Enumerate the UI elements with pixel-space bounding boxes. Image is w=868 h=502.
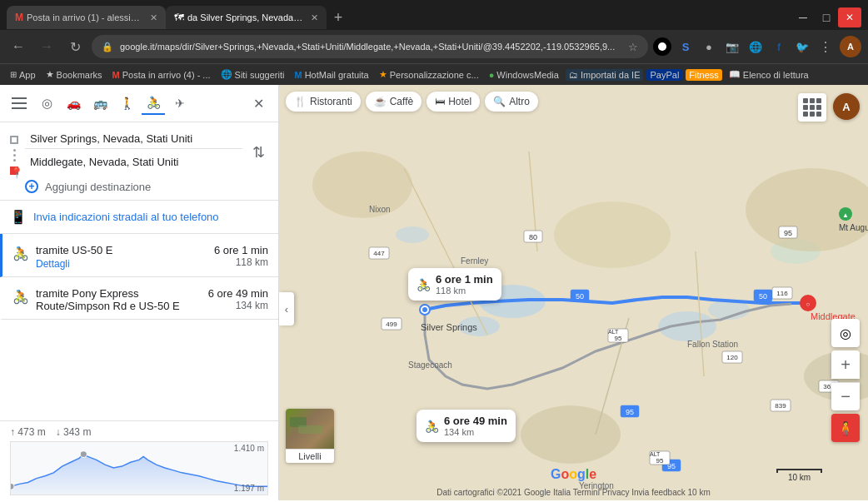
star-icon[interactable]: ☆ [628, 41, 638, 53]
transport-bike[interactable]: 🚴 [142, 92, 165, 115]
bookmark-hotmail[interactable]: M HotMail gratuita [291, 69, 372, 81]
destination-marker: 📍 [10, 167, 18, 175]
address-text: google.it/maps/dir/Silver+Springs,+Nevad… [120, 42, 621, 52]
extensions-icon5[interactable]: f [770, 37, 788, 56]
close-button[interactable]: ✕ [838, 7, 861, 27]
route-popup-1[interactable]: 🚴 6 ore 1 min 118 km [408, 268, 501, 301]
svg-text:120: 120 [726, 354, 738, 361]
sites-bm-icon: 🌐 [221, 69, 232, 80]
address-bar[interactable]: 🔒 google.it/maps/dir/Silver+Springs,+Nev… [92, 35, 648, 58]
svg-text:95: 95 [656, 457, 664, 465]
back-button[interactable]: ← [7, 35, 30, 58]
minimize-button[interactable]: ─ [791, 7, 815, 27]
svg-text:Fernley: Fernley [461, 256, 488, 266]
svg-text:116: 116 [776, 290, 788, 297]
svg-text:○: ○ [806, 301, 811, 308]
route-item-2[interactable]: 🚴 tramite Pony Express Route/Simpson Rd … [0, 277, 278, 320]
ie-bm-icon: 🗂 [569, 70, 578, 80]
maximize-button[interactable]: □ [815, 7, 838, 27]
add-dest-icon: + [25, 180, 38, 193]
send-directions-row[interactable]: 📱 Invia indicazioni stradali al tuo tele… [0, 201, 278, 234]
extensions-icon6[interactable]: 🐦 [793, 37, 811, 56]
svg-text:95: 95 [784, 229, 792, 237]
star-bm-icon: ★ [46, 69, 54, 80]
collapse-panel-button[interactable]: ‹ [279, 292, 294, 326]
extensions-icon3[interactable]: 📷 [723, 37, 741, 56]
bookmark-paypal[interactable]: PayPal [646, 69, 682, 81]
map-grid-button[interactable] [798, 93, 826, 122]
filter-altro[interactable]: 🔍 Altro [485, 92, 538, 112]
route-inputs: 📍 Silver Springs, Nevada, Stati Uniti Mi… [0, 122, 278, 201]
livelli-button[interactable]: Livelli [286, 409, 334, 463]
tab-inactive[interactable]: M Posta in arrivo (1) - alessio.fresc...… [7, 6, 166, 29]
popup1-time: 6 ore 1 min [436, 273, 493, 286]
extensions-icon4[interactable]: 🌐 [746, 37, 765, 56]
origin-input[interactable]: Silver Springs, Nevada, Stati Uniti [25, 129, 242, 149]
more-button[interactable]: ⋮ [816, 37, 835, 56]
record-button[interactable] [653, 37, 671, 56]
bookmark-fitness[interactable]: Fitness [686, 69, 721, 81]
route2-time: 6 ore 49 min [208, 287, 268, 300]
bookmark-apps[interactable]: ⊞ App [7, 69, 39, 81]
hamburger-line3 [12, 107, 27, 109]
lock-icon: 🔒 [102, 42, 113, 52]
extensions-icon2[interactable]: ● [700, 37, 718, 56]
menu-button[interactable] [8, 92, 32, 115]
browser-chrome: M Posta in arrivo (1) - alessio.fresc...… [0, 0, 868, 85]
transport-walk[interactable]: 🚶 [115, 92, 138, 115]
route-popup-2[interactable]: 🚴 6 ore 49 min 134 km [417, 410, 516, 442]
tab2-close[interactable]: ✕ [311, 12, 318, 23]
zoom-out-button[interactable]: − [831, 382, 860, 410]
route1-detail-link[interactable]: Dettagli [36, 258, 207, 270]
map-profile-avatar[interactable]: A [833, 93, 860, 120]
transport-transit[interactable]: 🚌 [88, 92, 112, 115]
pegman-button[interactable]: 🧍 [831, 414, 860, 442]
transport-flight[interactable]: ✈ [168, 92, 192, 115]
svg-text:Mt Augusta: Mt Augusta [839, 223, 868, 232]
hamburger-line1 [12, 97, 27, 99]
svg-text:839: 839 [775, 402, 786, 410]
transport-search[interactable]: ◎ [35, 92, 58, 115]
svg-text:50: 50 [759, 292, 767, 301]
route-item-1[interactable]: 🚴 tramite US-50 E Dettagli 6 ore 1 min 1… [0, 234, 278, 277]
add-destination-row[interactable]: + Aggiungi destinazione [10, 175, 268, 193]
destination-input[interactable]: Middlegate, Nevada, Stati Uniti [25, 152, 242, 171]
bookmark-reading[interactable]: 📖 Elenco di lettura [726, 68, 812, 81]
svg-point-7 [396, 226, 429, 243]
filter-hotel[interactable]: 🛏 Hotel [427, 92, 480, 112]
svg-text:95: 95 [615, 335, 622, 342]
route1-bike-icon: 🚴 [12, 246, 29, 261]
swap-button[interactable]: ⇅ [249, 129, 268, 175]
refresh-button[interactable]: ↻ [63, 35, 87, 58]
bookmark-bookmarks[interactable]: ★ Bookmarks [42, 68, 106, 81]
map-svg: 80 95 50 50 95 95 ○ ▲ Silver Springs Mid… [279, 85, 868, 500]
bookmark-personaliz[interactable]: ★ Personalizzazione c... [376, 68, 482, 81]
svg-text:Stagecoach: Stagecoach [408, 360, 452, 370]
zoom-in-button[interactable]: + [831, 350, 860, 379]
route2-bike-icon: 🚴 [12, 289, 29, 305]
location-button[interactable]: ◎ [831, 319, 860, 347]
close-panel-button[interactable]: ✕ [247, 92, 270, 115]
tab1-label: Posta in arrivo (1) - alessio.fresc... [27, 12, 143, 22]
forward-button[interactable]: → [35, 35, 58, 58]
transport-car[interactable]: 🚗 [62, 92, 85, 115]
caffe-icon: ☕ [374, 96, 387, 107]
altro-icon: 🔍 [493, 96, 506, 107]
address-bar-row: ← → ↻ 🔒 google.it/maps/dir/Silver+Spring… [0, 30, 868, 63]
bookmark-sites[interactable]: 🌐 Siti suggeriti [217, 68, 288, 81]
svg-text:50: 50 [576, 292, 584, 301]
new-tab-button[interactable]: + [327, 6, 350, 29]
livelli-thumbnail [286, 409, 334, 449]
tab1-close[interactable]: ✕ [150, 12, 157, 23]
bookmark-ie[interactable]: 🗂 Importati da IE [566, 69, 644, 81]
filter-restaurants[interactable]: 🍴 Ristoranti [286, 92, 361, 112]
filter-caffe[interactable]: ☕ Caffè [366, 92, 422, 112]
svg-text:Nixon: Nixon [369, 205, 391, 214]
extensions-icon1[interactable]: S [676, 37, 695, 56]
svg-text:Fallon Station: Fallon Station [687, 340, 738, 349]
tab-active[interactable]: 🗺 da Silver Springs, Nevada, Stati U... … [166, 6, 327, 29]
user-avatar[interactable]: A [840, 36, 861, 57]
bookmark-windows[interactable]: ● WindowsMedia [486, 69, 562, 81]
bookmark-gmail[interactable]: M Posta in arrivo (4) - ... [109, 69, 214, 81]
svg-text:499: 499 [386, 321, 397, 328]
